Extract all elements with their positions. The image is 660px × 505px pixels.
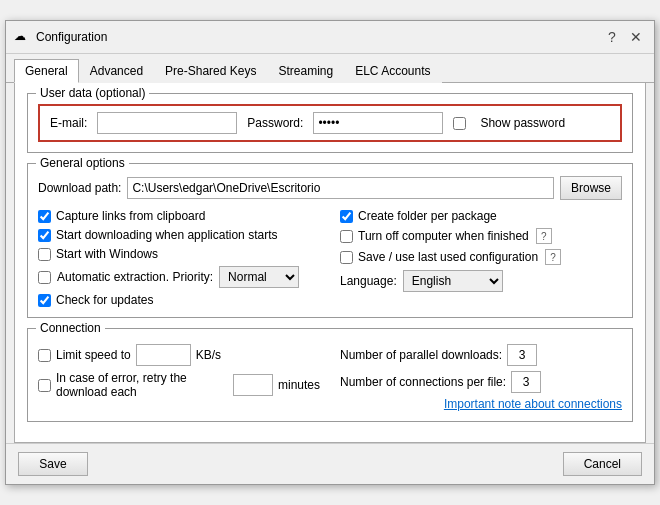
- capture-links-label: Capture links from clipboard: [56, 209, 205, 223]
- password-label: Password:: [247, 116, 303, 130]
- window-title: Configuration: [36, 30, 107, 44]
- show-password-label: Show password: [480, 116, 565, 130]
- tab-bar: General Advanced Pre-Shared Keys Streami…: [6, 54, 654, 83]
- start-downloading-row: Start downloading when application start…: [38, 228, 320, 242]
- start-downloading-label: Start downloading when application start…: [56, 228, 277, 242]
- titlebar-controls: ? ✕: [602, 27, 646, 47]
- retry-checkbox[interactable]: [38, 379, 51, 392]
- retry-input[interactable]: [233, 374, 273, 396]
- start-windows-label: Start with Windows: [56, 247, 158, 261]
- start-windows-checkbox[interactable]: [38, 248, 51, 261]
- cancel-button[interactable]: Cancel: [563, 452, 642, 476]
- auto-extract-checkbox[interactable]: [38, 271, 51, 284]
- general-options-label: General options: [36, 156, 129, 170]
- main-content: User data (optional) E-mail: Password: S…: [14, 83, 646, 443]
- options-col-right: Create folder per package Turn off compu…: [340, 204, 622, 307]
- create-folder-label: Create folder per package: [358, 209, 497, 223]
- check-updates-label: Check for updates: [56, 293, 153, 307]
- parallel-downloads-input[interactable]: [507, 344, 537, 366]
- parallel-downloads-row: Number of parallel downloads:: [340, 344, 622, 366]
- limit-speed-label: Limit speed to: [56, 348, 131, 362]
- browse-button[interactable]: Browse: [560, 176, 622, 200]
- password-input[interactable]: [313, 112, 443, 134]
- capture-links-checkbox[interactable]: [38, 210, 51, 223]
- tab-streaming[interactable]: Streaming: [267, 59, 344, 83]
- download-path-input[interactable]: [127, 177, 554, 199]
- connections-per-file-row: Number of connections per file:: [340, 371, 622, 393]
- connections-per-file-input[interactable]: [511, 371, 541, 393]
- user-data-label: User data (optional): [36, 86, 149, 100]
- turn-off-help-icon[interactable]: ?: [536, 228, 552, 244]
- tab-general[interactable]: General: [14, 59, 79, 83]
- user-data-section: User data (optional) E-mail: Password: S…: [27, 93, 633, 153]
- help-button[interactable]: ?: [602, 27, 622, 47]
- general-options-section: General options Download path: Browse Ca…: [27, 163, 633, 318]
- titlebar: ☁ Configuration ? ✕: [6, 21, 654, 54]
- check-updates-checkbox[interactable]: [38, 294, 51, 307]
- retry-label: In case of error, retry the download eac…: [56, 371, 228, 399]
- connection-label: Connection: [36, 321, 105, 335]
- start-windows-row: Start with Windows: [38, 247, 320, 261]
- save-config-help-icon[interactable]: ?: [545, 249, 561, 265]
- limit-speed-row: Limit speed to KB/s: [38, 344, 320, 366]
- tab-elc-accounts[interactable]: ELC Accounts: [344, 59, 441, 83]
- retry-row: In case of error, retry the download eac…: [38, 371, 320, 399]
- create-folder-checkbox[interactable]: [340, 210, 353, 223]
- save-button[interactable]: Save: [18, 452, 88, 476]
- save-config-label: Save / use last used configuration: [358, 250, 538, 264]
- turn-off-label: Turn off computer when finished: [358, 229, 529, 243]
- connection-grid: Limit speed to KB/s In case of error, re…: [38, 339, 622, 411]
- save-config-row: Save / use last used configuration ?: [340, 249, 622, 265]
- auto-extract-label: Automatic extraction. Priority:: [57, 270, 213, 284]
- auto-extract-row: Automatic extraction. Priority: Normal L…: [38, 266, 320, 288]
- create-folder-row: Create folder per package: [340, 209, 622, 223]
- tab-advanced[interactable]: Advanced: [79, 59, 154, 83]
- user-data-inner: E-mail: Password: Show password: [38, 104, 622, 142]
- email-input[interactable]: [97, 112, 237, 134]
- download-path-label: Download path:: [38, 181, 121, 195]
- connection-section: Connection Limit speed to KB/s In case o…: [27, 328, 633, 422]
- download-path-row: Download path: Browse: [38, 176, 622, 200]
- app-icon: ☁: [14, 29, 30, 45]
- show-password-checkbox[interactable]: [453, 117, 466, 130]
- priority-select[interactable]: Normal Low High: [219, 266, 299, 288]
- titlebar-left: ☁ Configuration: [14, 29, 107, 45]
- close-button[interactable]: ✕: [626, 27, 646, 47]
- bottom-bar: Save Cancel: [6, 443, 654, 484]
- email-label: E-mail:: [50, 116, 87, 130]
- language-label: Language:: [340, 274, 397, 288]
- save-config-checkbox[interactable]: [340, 251, 353, 264]
- check-updates-row: Check for updates: [38, 293, 320, 307]
- language-row: Language: English Spanish French German: [340, 270, 622, 292]
- parallel-downloads-label: Number of parallel downloads:: [340, 348, 502, 362]
- important-note-link[interactable]: Important note about connections: [340, 397, 622, 411]
- options-grid: Capture links from clipboard Start downl…: [38, 204, 622, 307]
- turn-off-checkbox[interactable]: [340, 230, 353, 243]
- retry-unit: minutes: [278, 378, 320, 392]
- tab-pre-shared-keys[interactable]: Pre-Shared Keys: [154, 59, 267, 83]
- limit-speed-input[interactable]: [136, 344, 191, 366]
- connection-col-left: Limit speed to KB/s In case of error, re…: [38, 339, 320, 411]
- limit-speed-checkbox[interactable]: [38, 349, 51, 362]
- turn-off-row: Turn off computer when finished ?: [340, 228, 622, 244]
- language-select[interactable]: English Spanish French German: [403, 270, 503, 292]
- connections-per-file-label: Number of connections per file:: [340, 375, 506, 389]
- options-col-left: Capture links from clipboard Start downl…: [38, 204, 320, 307]
- connection-col-right: Number of parallel downloads: Number of …: [340, 339, 622, 411]
- capture-links-row: Capture links from clipboard: [38, 209, 320, 223]
- configuration-window: ☁ Configuration ? ✕ General Advanced Pre…: [5, 20, 655, 485]
- start-downloading-checkbox[interactable]: [38, 229, 51, 242]
- limit-speed-unit: KB/s: [196, 348, 221, 362]
